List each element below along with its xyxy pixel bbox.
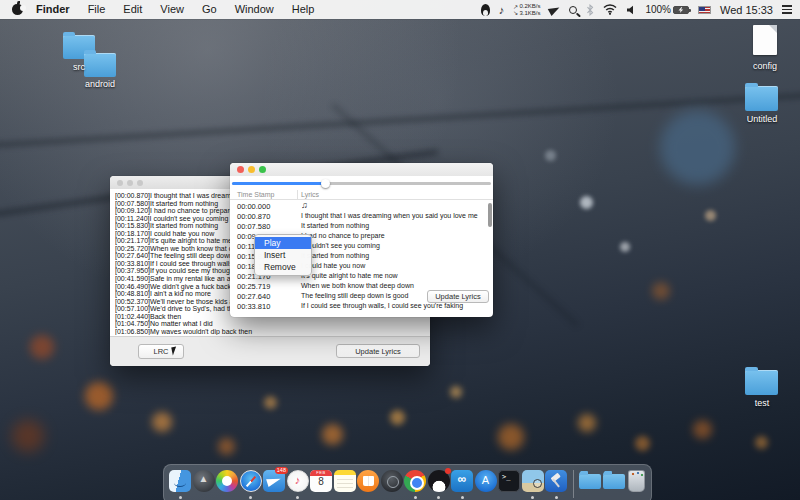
menu-finder[interactable]: Finder: [27, 0, 79, 19]
cell-lyric: I had no chance to prepare: [301, 232, 385, 239]
dock-trash[interactable]: [626, 467, 648, 500]
dock-finder[interactable]: [169, 467, 191, 500]
update-lyrics-button[interactable]: Update Lyrics: [336, 344, 420, 358]
context-menu-play[interactable]: Play: [255, 237, 311, 249]
dock-xcode[interactable]: [545, 467, 567, 500]
ibooks-icon: [357, 470, 379, 492]
bokeh-light: [580, 196, 593, 209]
close-icon[interactable]: [117, 180, 123, 186]
menu-window[interactable]: Window: [226, 0, 283, 19]
cell-lyric: I couldn't see you coming: [301, 242, 380, 249]
update-lyrics-label: Update Lyrics: [355, 347, 401, 356]
dock-vscode[interactable]: ∞: [451, 467, 473, 500]
dock-itunes[interactable]: ♪: [287, 467, 309, 500]
menu-clock[interactable]: Wed 15:33: [720, 4, 773, 16]
close-icon[interactable]: [237, 166, 244, 173]
cell-time: 00:07.580: [237, 222, 270, 231]
notification-center-icon[interactable]: [782, 5, 792, 14]
dock-folder-downloads[interactable]: [603, 467, 625, 500]
context-menu-insert[interactable]: Insert: [255, 249, 311, 261]
folder-icon: [603, 470, 625, 492]
wifi-icon[interactable]: [603, 4, 617, 15]
menu-edit[interactable]: Edit: [114, 0, 151, 19]
zoom-icon[interactable]: [259, 166, 266, 173]
desktop-label-android[interactable]: android: [68, 79, 132, 89]
volume-icon[interactable]: [626, 5, 636, 15]
context-menu-remove[interactable]: Remove: [255, 261, 311, 273]
cell-time: 00:33.810: [237, 302, 270, 311]
appstore-glyph: A: [475, 474, 497, 486]
notes-icon: [334, 470, 356, 492]
lrc-button[interactable]: LRC: [138, 344, 184, 359]
dock-preview[interactable]: [522, 467, 544, 500]
dock-qq[interactable]: [428, 467, 450, 500]
dock-terminal[interactable]: >_: [498, 467, 520, 500]
bokeh-light: [152, 412, 172, 432]
dock-calendar[interactable]: FEB8: [310, 467, 332, 500]
desktop-label-src[interactable]: src: [47, 62, 111, 72]
spotlight-icon[interactable]: [569, 6, 577, 14]
table-row[interactable]: 00:00.870I thought that I was dreaming w…: [230, 211, 493, 221]
desktop-label-untitled: Untitled: [730, 114, 794, 124]
table-row[interactable]: 00:07.580It started from nothing: [230, 221, 493, 231]
menu-go[interactable]: Go: [193, 0, 226, 19]
slider-knob[interactable]: [321, 179, 330, 188]
scrollbar-thumb[interactable]: [488, 203, 492, 227]
dock-photos[interactable]: [216, 467, 238, 500]
minimize-icon[interactable]: [248, 166, 255, 173]
bokeh-light: [545, 150, 556, 161]
table-row[interactable]: 00:00.000♫: [230, 201, 493, 211]
update-lyrics-button[interactable]: Update Lyrics: [427, 290, 489, 303]
dock-app-store[interactable]: A: [475, 467, 497, 500]
folder-icon: [579, 470, 601, 492]
us-flag-icon[interactable]: [698, 6, 711, 14]
dock-mail[interactable]: 148: [263, 467, 285, 500]
slider-fill: [232, 182, 325, 185]
minimize-icon[interactable]: [127, 180, 133, 186]
dock-photo-booth[interactable]: [381, 467, 403, 500]
column-time-stamp[interactable]: Time Stamp: [237, 191, 274, 198]
fg-window-titlebar[interactable]: [230, 163, 493, 176]
cell-lyric: When we both know that deep down: [301, 282, 414, 289]
menu-help[interactable]: Help: [283, 0, 324, 19]
dock-chrome[interactable]: [404, 467, 426, 500]
network-speed-indicator[interactable]: ↗↘ 0.2KB/s3.1KB/s: [513, 3, 540, 16]
folder-icon: [745, 370, 778, 395]
bokeh-light: [85, 382, 113, 410]
cell-lyric: If I could see through walls, I could se…: [301, 302, 463, 309]
zoom-icon[interactable]: [137, 180, 143, 186]
running-indicator: [461, 496, 464, 499]
calendar-day: 8: [310, 476, 332, 487]
preview-icon: [522, 470, 544, 492]
running-indicator: [531, 496, 534, 499]
dock-launchpad[interactable]: ▲: [193, 467, 215, 500]
bokeh-light: [705, 210, 716, 221]
menu-file[interactable]: File: [79, 0, 115, 19]
telegram-icon[interactable]: [549, 6, 560, 14]
safari-icon: [240, 470, 262, 492]
desktop-label-test: test: [730, 398, 794, 408]
cursor-icon: [171, 347, 178, 356]
bokeh-light: [620, 242, 630, 252]
bokeh-light: [450, 386, 462, 398]
bokeh-light: [652, 282, 670, 300]
playback-slider[interactable]: [232, 179, 491, 187]
column-lyrics[interactable]: Lyrics: [301, 191, 319, 198]
bluetooth-icon[interactable]: [586, 4, 594, 16]
apple-icon[interactable]: [12, 4, 23, 15]
penguin-status-icon[interactable]: [481, 4, 490, 16]
app-store-icon: A: [475, 470, 497, 492]
menu-view[interactable]: View: [151, 0, 193, 19]
photo-booth-icon: [381, 470, 403, 492]
battery-indicator[interactable]: 100%: [645, 4, 689, 15]
dock-folder-documents[interactable]: [579, 467, 601, 500]
running-indicator: [249, 496, 252, 499]
trash-icon: [628, 470, 645, 492]
dock-notes[interactable]: [334, 467, 356, 500]
bokeh-light: [30, 335, 54, 359]
music-status-icon[interactable]: ♪: [499, 4, 505, 16]
dock-safari[interactable]: [240, 467, 262, 500]
dock-ibooks[interactable]: [357, 467, 379, 500]
column-divider[interactable]: [297, 190, 298, 199]
cell-lyric: The feeling still deep down is good: [301, 292, 408, 299]
